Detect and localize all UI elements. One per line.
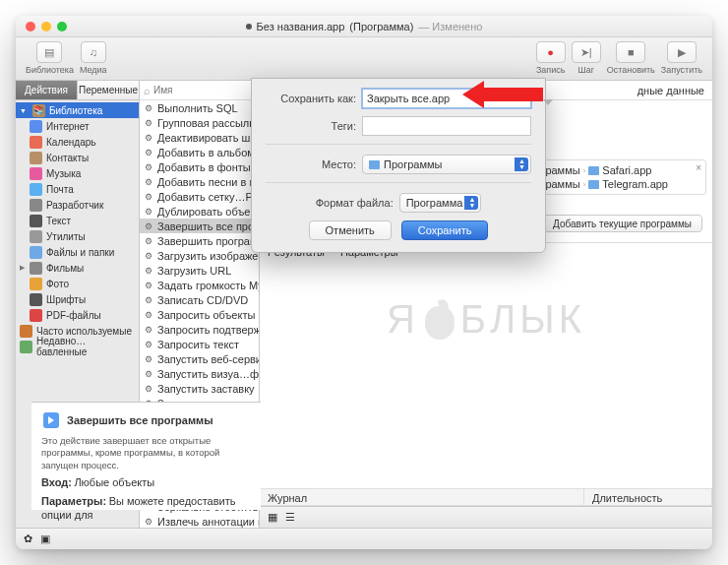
sidebar-item-4[interactable]: Почта bbox=[16, 181, 139, 197]
action-icon: ⚙ bbox=[143, 383, 154, 395]
action-icon: ⚙ bbox=[143, 294, 154, 306]
action-icon: ⚙ bbox=[143, 235, 154, 247]
cancel-button[interactable]: Отменить bbox=[309, 220, 392, 240]
save-button[interactable]: Сохранить bbox=[401, 220, 489, 240]
toolbar: ▤Библиотека♫Медиа ●Запись➤|Шаг■Остановит… bbox=[16, 37, 712, 81]
action-icon: ⚙ bbox=[143, 117, 154, 129]
action-icon: ⚙ bbox=[143, 147, 154, 158]
action-search[interactable]: ⌕ bbox=[140, 81, 259, 100]
window-titlebar: Без названия.app (Программа) — Изменено bbox=[16, 16, 712, 37]
sidebar-item-11[interactable]: Шрифты bbox=[16, 291, 139, 307]
action-row[interactable]: ⚙Деактивировать шрифт bbox=[140, 130, 259, 145]
action-row[interactable]: ⚙Добавить песни в плей bbox=[140, 174, 259, 189]
action-big-icon bbox=[41, 410, 61, 430]
action-icon: ⚙ bbox=[143, 309, 154, 321]
sidebar-root[interactable]: 📚Библиотека bbox=[16, 102, 139, 118]
saveas-input[interactable] bbox=[362, 89, 531, 108]
sidebar-item-8[interactable]: Файлы и папки bbox=[16, 244, 139, 260]
sidebar-item-1[interactable]: Календарь bbox=[16, 134, 139, 150]
action-icon: ⚙ bbox=[143, 206, 154, 218]
action-icon: ⚙ bbox=[143, 265, 154, 277]
action-row[interactable]: ⚙Завершить все програм bbox=[140, 219, 259, 233]
action-description: Завершить все программы Это действие зав… bbox=[31, 402, 261, 510]
expand-icon[interactable] bbox=[543, 99, 553, 105]
desc-text: Это действие завершает все открытые прог… bbox=[41, 435, 251, 471]
save-dialog: Сохранить как: Теги: Место: Программы ▲▼… bbox=[251, 78, 546, 253]
input-hint: дные данные bbox=[637, 85, 704, 96]
action-icon: ⚙ bbox=[143, 250, 154, 262]
action-row[interactable]: ⚙Запустить заставку bbox=[140, 381, 259, 396]
record-icon[interactable]: ● bbox=[536, 41, 566, 63]
sidebar-item-0[interactable]: Интернет bbox=[16, 118, 139, 134]
window-kind: (Программа) bbox=[349, 21, 413, 32]
sidebar-item-5[interactable]: Разработчик bbox=[16, 197, 139, 213]
step-icon[interactable]: ➤| bbox=[572, 41, 601, 63]
document-dirty-icon bbox=[246, 24, 252, 30]
action-row[interactable]: ⚙Записать CD/DVD bbox=[140, 292, 259, 307]
tab-variables[interactable]: Переменные bbox=[78, 81, 139, 99]
apple-icon bbox=[423, 300, 456, 340]
action-icon: ⚙ bbox=[143, 191, 154, 203]
gear-icon[interactable]: ✿ bbox=[24, 533, 32, 545]
action-row[interactable]: ⚙Запустить веб-сервис bbox=[140, 351, 259, 366]
sidebar-item-12[interactable]: PDF-файлы bbox=[16, 307, 139, 323]
window-title: Без названия.app bbox=[257, 21, 345, 32]
media-icon[interactable]: ♫ bbox=[81, 41, 106, 63]
action-icon: ⚙ bbox=[143, 353, 154, 365]
view-grid-icon[interactable]: ▦ bbox=[268, 511, 277, 524]
sidebar-item-10[interactable]: Фото bbox=[16, 276, 139, 291]
folder-icon bbox=[588, 180, 599, 189]
action-icon: ⚙ bbox=[143, 324, 154, 336]
action-row[interactable]: ⚙Добавить сетку…PDF-д bbox=[140, 189, 259, 204]
action-icon: ⚙ bbox=[143, 176, 154, 188]
where-label: Место: bbox=[266, 158, 356, 170]
desc-title: Завершить все программы bbox=[67, 414, 213, 426]
action-row[interactable]: ⚙Добавить в альбом bbox=[140, 145, 259, 159]
books-icon[interactable]: ▤ bbox=[36, 41, 62, 63]
action-icon: ⚙ bbox=[143, 161, 154, 173]
action-row[interactable]: ⚙Завершить программу bbox=[140, 233, 259, 248]
format-label: Формат файла: bbox=[316, 197, 394, 209]
run-icon[interactable]: ▶ bbox=[667, 41, 697, 63]
log-col-duration: Длительность bbox=[584, 489, 712, 505]
log-col-journal: Журнал bbox=[260, 489, 584, 505]
action-row[interactable]: ⚙Задать громкость Музыки bbox=[140, 278, 259, 292]
action-icon: ⚙ bbox=[143, 280, 154, 291]
watermark: ЯБЛЫК bbox=[387, 297, 585, 342]
tags-label: Теги: bbox=[266, 120, 356, 132]
action-icon: ⚙ bbox=[143, 339, 154, 350]
action-row[interactable]: ⚙Добавить в фонты bbox=[140, 159, 259, 174]
action-row[interactable]: ⚙Загрузить URL bbox=[140, 263, 259, 278]
action-row[interactable]: ⚙Запросить подтверждение bbox=[140, 322, 259, 337]
action-row[interactable]: ⚙Выполнить SQL bbox=[140, 100, 259, 115]
sidebar-item-2[interactable]: Контакты bbox=[16, 150, 139, 165]
tags-input[interactable] bbox=[362, 116, 531, 136]
close-icon[interactable]: × bbox=[696, 162, 701, 173]
action-icon: ⚙ bbox=[143, 132, 154, 144]
add-running-button[interactable]: Добавить текущие программы bbox=[542, 215, 702, 232]
window-state: — Изменено bbox=[418, 21, 482, 32]
action-row[interactable]: ⚙Запустить визуа…ффекты Музыки bbox=[140, 366, 259, 381]
folder-icon bbox=[588, 166, 599, 175]
tab-actions[interactable]: Действия bbox=[16, 81, 78, 99]
action-row[interactable]: ⚙Запросить текст bbox=[140, 337, 259, 351]
view-list-icon[interactable]: ☰ bbox=[285, 511, 295, 524]
format-select[interactable]: Программа ▲▼ bbox=[399, 193, 482, 213]
folder-icon bbox=[369, 160, 380, 169]
sidebar-item-7[interactable]: Утилиты bbox=[16, 228, 139, 244]
sidebar-item-6[interactable]: Текст bbox=[16, 213, 139, 228]
window-bottombar: ✿ ▣ bbox=[16, 528, 712, 549]
sidebar-item-9[interactable]: ▶Фильмы bbox=[16, 260, 139, 276]
sidebar-item-3[interactable]: Музыка bbox=[16, 165, 139, 181]
stop-small-icon[interactable]: ▣ bbox=[40, 533, 50, 545]
action-icon: ⚙ bbox=[143, 220, 154, 232]
action-row[interactable]: ⚙Дублировать объекты F bbox=[140, 204, 259, 219]
action-row[interactable]: ⚙Загрузить изображения bbox=[140, 248, 259, 263]
stop-icon[interactable]: ■ bbox=[616, 41, 645, 63]
action-row[interactable]: ⚙Групповая рассылка bbox=[140, 115, 259, 130]
saveas-label: Сохранить как: bbox=[266, 93, 356, 104]
where-select[interactable]: Программы ▲▼ bbox=[362, 155, 531, 174]
action-row[interactable]: ⚙Запросить объекты Finder bbox=[140, 307, 259, 322]
sidebar-smart-1[interactable]: Недавно…бавленные bbox=[16, 339, 139, 354]
action-icon: ⚙ bbox=[143, 368, 154, 380]
